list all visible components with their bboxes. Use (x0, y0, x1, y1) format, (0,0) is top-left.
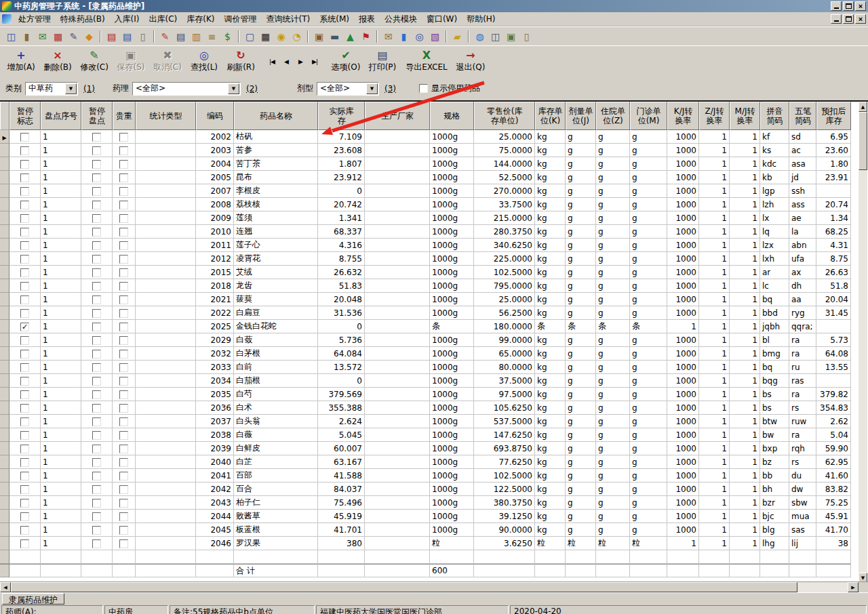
grid-cell[interactable]: g (566, 361, 596, 374)
grid-cell[interactable]: 粒 (596, 537, 630, 550)
grid-cell[interactable]: g (566, 415, 596, 428)
thermometer-icon[interactable]: ▮ (396, 29, 412, 44)
grid-cell[interactable]: 75.25 (816, 496, 851, 510)
grid-cell[interactable] (136, 415, 196, 428)
grid-cell[interactable]: 122.5000 (474, 483, 535, 496)
checkbox-icon[interactable] (119, 323, 128, 331)
grid-cell[interactable]: g (596, 442, 630, 455)
checkbox-icon[interactable] (20, 228, 29, 237)
grid-cell[interactable]: 1 (699, 496, 730, 510)
grid-cell[interactable]: 1 (41, 130, 81, 144)
cell-checkbox[interactable] (113, 306, 136, 320)
grid-cell[interactable] (365, 428, 430, 442)
checkbox-icon[interactable] (119, 187, 128, 196)
modify-button[interactable]: ✎修改(C) (76, 47, 113, 76)
grid-cell[interactable]: g (566, 211, 596, 225)
grid-cell[interactable]: g (566, 333, 596, 347)
grid-cell[interactable]: 金钱白花蛇 (234, 320, 318, 333)
cell-checkbox[interactable] (113, 320, 136, 333)
grid-cell[interactable]: 百部 (234, 469, 318, 483)
cell-checkbox[interactable] (9, 157, 41, 171)
grid-cell[interactable]: dw (789, 483, 816, 496)
grid-cell[interactable]: 0 (318, 374, 365, 388)
grid-cell[interactable]: 2038 (196, 428, 234, 442)
grid-cell[interactable]: 1000 (667, 442, 699, 455)
grid-cell[interactable]: 1000g (430, 211, 474, 225)
checkbox-icon[interactable] (119, 458, 128, 467)
checkbox-icon[interactable] (119, 512, 128, 521)
grid-cell[interactable]: mua (789, 510, 816, 523)
grid-cell[interactable] (136, 157, 196, 171)
grid-cell[interactable]: 1 (699, 537, 730, 550)
grid-cell[interactable]: 64.08 (816, 347, 851, 361)
checkbox-icon[interactable] (92, 173, 101, 182)
grid-cell[interactable]: 2029 (196, 333, 234, 347)
cell-checkbox[interactable] (113, 442, 136, 455)
cell-checkbox[interactable] (81, 333, 113, 347)
grid-cell[interactable]: bq (760, 293, 789, 306)
menu-item[interactable]: 帮助(H) (462, 12, 500, 26)
grid-cell[interactable]: 连翘 (234, 225, 318, 239)
globe-icon[interactable]: ◍ (472, 29, 488, 44)
checkbox-icon[interactable] (119, 214, 128, 223)
grid-cell[interactable]: asa (789, 157, 816, 171)
grid-cell[interactable]: 41.70 (816, 523, 851, 537)
grid-cell[interactable]: 45.919 (318, 510, 365, 523)
grid-cell[interactable]: 1000g (430, 415, 474, 428)
cell-checkbox[interactable] (81, 415, 113, 428)
checkbox-icon[interactable] (20, 309, 29, 318)
scroll-left-icon[interactable]: ◀ (0, 582, 11, 592)
grid-cell[interactable]: 2007 (196, 184, 234, 198)
grid-cell[interactable]: 1000g (430, 306, 474, 320)
grid-cell[interactable] (365, 442, 430, 455)
grid-cell[interactable]: g (630, 496, 667, 510)
grid-cell[interactable]: bs (760, 401, 789, 415)
grid-cell[interactable]: 90.0000 (474, 523, 535, 537)
cell-checkbox[interactable] (81, 184, 113, 198)
grid-cell[interactable] (365, 157, 430, 171)
alarm-bell-icon[interactable]: ◉ (273, 29, 289, 44)
checkbox-icon[interactable] (119, 173, 128, 182)
grid-cell[interactable]: 1000 (667, 361, 699, 374)
next-record-button[interactable]: ▶ (294, 56, 307, 68)
grid-cell[interactable]: 条 (630, 320, 667, 333)
checkbox-icon[interactable] (20, 512, 29, 521)
checkbox-icon[interactable] (119, 282, 128, 291)
grid-cell[interactable]: g (630, 455, 667, 469)
cell-checkbox[interactable] (9, 455, 41, 469)
checkbox-icon[interactable] (92, 485, 101, 494)
cell-checkbox[interactable] (81, 157, 113, 171)
grid-cell[interactable]: 莲须 (234, 211, 318, 225)
grid-cell[interactable]: 280.3750 (474, 225, 535, 239)
grid-cell[interactable]: 1000g (430, 442, 474, 455)
grid-cell[interactable]: 33.7500 (474, 198, 535, 211)
grid-cell[interactable]: 52.5000 (474, 171, 535, 184)
grid-cell[interactable]: 1 (730, 401, 760, 415)
grid-cell[interactable]: 1 (41, 388, 81, 401)
grid-cell[interactable]: 75.0000 (474, 144, 535, 157)
checkbox-icon[interactable] (92, 133, 101, 142)
grid-cell[interactable]: ryg (789, 306, 816, 320)
column-header[interactable]: 盘点序号 (41, 102, 81, 130)
grid-cell[interactable]: kg (535, 496, 566, 510)
save-button[interactable]: ▣保存(S) (113, 47, 149, 76)
grid-cell[interactable]: g (566, 171, 596, 184)
grid-cell[interactable]: 20.74 (816, 198, 851, 211)
grid-cell[interactable]: 莲子心 (234, 239, 318, 252)
package-icon[interactable]: ▣ (311, 29, 327, 44)
cell-checkbox[interactable] (113, 428, 136, 442)
minimize-button[interactable] (831, 1, 842, 11)
grid-cell[interactable]: 1000 (667, 374, 699, 388)
grid-cell[interactable] (365, 523, 430, 537)
checkbox-icon[interactable] (20, 350, 29, 359)
checkbox-icon[interactable] (20, 377, 29, 386)
grid-cell[interactable]: 1 (41, 401, 81, 415)
copy-icon[interactable]: ▣ (503, 29, 519, 44)
grid-cell[interactable]: bz (760, 455, 789, 469)
grid-cell[interactable]: g (596, 184, 630, 198)
grid-cell[interactable]: 1 (41, 239, 81, 252)
cell-checkbox[interactable] (81, 483, 113, 496)
grid-cell[interactable] (365, 130, 430, 144)
row-selector[interactable] (0, 347, 9, 361)
grid-cell[interactable] (365, 347, 430, 361)
